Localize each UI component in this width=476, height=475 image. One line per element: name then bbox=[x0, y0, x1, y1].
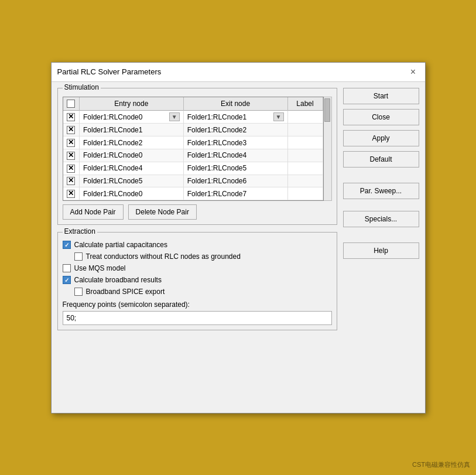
row-checkbox-cell bbox=[63, 187, 80, 200]
dialog: Partial RLC Solver Parameters × Stimulat… bbox=[51, 62, 426, 414]
table-row: Folder1:RLCnode1Folder1:RLCnode2 bbox=[63, 124, 323, 136]
row-checkbox[interactable] bbox=[67, 152, 75, 160]
label-cell bbox=[287, 149, 323, 162]
row-checkbox[interactable] bbox=[67, 113, 75, 121]
dialog-body: Stimulation Entry node Exit node bbox=[52, 82, 425, 413]
left-panel: Stimulation Entry node Exit node bbox=[57, 88, 337, 407]
header-exit-node: Exit node bbox=[183, 97, 287, 111]
extraction-label: Extraction bbox=[63, 227, 97, 235]
extraction-checkboxes: Calculate partial capacitancesTreat cond… bbox=[63, 241, 332, 296]
label-cell bbox=[287, 187, 323, 200]
help-button[interactable]: Help bbox=[343, 242, 419, 259]
node-btn-row: Add Node Pair Delete Node Pair bbox=[63, 204, 332, 220]
entry-node-cell: Folder1:RLCnode0 bbox=[80, 187, 184, 200]
node-table-container[interactable]: Entry node Exit node Label Folder1:RLCno… bbox=[63, 97, 324, 201]
row-checkbox[interactable] bbox=[67, 177, 75, 185]
extraction-checkbox-row: Treat conductors without RLC nodes as gr… bbox=[63, 252, 332, 261]
table-row: Folder1:RLCnode4Folder1:RLCnode5 bbox=[63, 162, 323, 175]
extraction-checkbox-calc_cap[interactable] bbox=[63, 241, 71, 249]
entry-node-cell: Folder1:RLCnode2 bbox=[80, 136, 184, 149]
default-button[interactable]: Default bbox=[343, 151, 419, 168]
extraction-checkbox-label: Treat conductors without RLC nodes as gr… bbox=[86, 252, 241, 261]
frequency-label: Frequency points (semicolon separated): bbox=[63, 300, 332, 309]
stimulation-label: Stimulation bbox=[63, 83, 101, 91]
exit-node-cell: Folder1:RLCnode7 bbox=[183, 187, 287, 200]
label-cell bbox=[287, 124, 323, 136]
row-checkbox-cell bbox=[63, 136, 80, 149]
extraction-section: Extraction Calculate partial capacitance… bbox=[57, 232, 337, 330]
row-checkbox-cell bbox=[63, 175, 80, 187]
extraction-checkbox-row: Calculate broadband results bbox=[63, 276, 332, 284]
frequency-input[interactable] bbox=[63, 311, 332, 325]
add-node-pair-button[interactable]: Add Node Pair bbox=[63, 204, 124, 220]
extraction-checkbox-row: Use MQS model bbox=[63, 264, 332, 272]
par-sweep-button[interactable]: Par. Sweep... bbox=[343, 183, 419, 199]
row-checkbox-cell bbox=[63, 111, 80, 124]
exit-node-cell: Folder1:RLCnode4 bbox=[183, 149, 287, 162]
exit-node-cell: Folder1:RLCnode6 bbox=[183, 175, 287, 187]
label-cell bbox=[287, 162, 323, 175]
entry-node-cell: Folder1:RLCnode4 bbox=[80, 162, 184, 175]
row-checkbox[interactable] bbox=[67, 190, 75, 198]
extraction-checkbox-bb_spice[interactable] bbox=[74, 288, 83, 296]
table-row: Folder1:RLCnode2Folder1:RLCnode3 bbox=[63, 136, 323, 149]
node-table: Entry node Exit node Label Folder1:RLCno… bbox=[63, 97, 323, 201]
close-icon[interactable]: × bbox=[407, 66, 419, 78]
scrollbar[interactable] bbox=[324, 97, 332, 201]
header-label: Label bbox=[287, 97, 323, 111]
header-checkbox-cell bbox=[63, 97, 80, 111]
entry-node-cell: Folder1:RLCnode0▼ bbox=[80, 111, 184, 124]
entry-node-text: Folder1:RLCnode0 bbox=[83, 113, 168, 121]
row-checkbox[interactable] bbox=[67, 126, 75, 134]
exit-node-cell: Folder1:RLCnode3 bbox=[183, 136, 287, 149]
dialog-title: Partial RLC Solver Parameters bbox=[57, 67, 162, 76]
extraction-checkbox-treat_cond[interactable] bbox=[74, 252, 83, 261]
entry-node-cell: Folder1:RLCnode5 bbox=[80, 175, 184, 187]
entry-node-cell: Folder1:RLCnode0 bbox=[80, 149, 184, 162]
extraction-checkbox-use_mqs[interactable] bbox=[63, 264, 71, 272]
exit-node-cell: Folder1:RLCnode1▼ bbox=[183, 111, 287, 124]
table-wrapper: Entry node Exit node Label Folder1:RLCno… bbox=[63, 97, 332, 201]
apply-button[interactable]: Apply bbox=[343, 130, 419, 146]
title-bar: Partial RLC Solver Parameters × bbox=[52, 63, 425, 82]
table-row: Folder1:RLCnode0Folder1:RLCnode4 bbox=[63, 149, 323, 162]
extraction-checkbox-label: Calculate broadband results bbox=[74, 276, 162, 284]
right-panel: Start Close Apply Default Par. Sweep... … bbox=[343, 88, 419, 407]
exit-node-cell: Folder1:RLCnode2 bbox=[183, 124, 287, 136]
exit-node-cell: Folder1:RLCnode5 bbox=[183, 162, 287, 175]
exit-node-dropdown[interactable]: ▼ bbox=[273, 112, 284, 121]
label-cell bbox=[287, 136, 323, 149]
extraction-checkbox-label: Use MQS model bbox=[74, 264, 126, 272]
table-row: Folder1:RLCnode0Folder1:RLCnode7 bbox=[63, 187, 323, 200]
watermark: CST电磁兼容性仿真 bbox=[412, 460, 470, 469]
close-button[interactable]: Close bbox=[343, 109, 419, 125]
extraction-checkbox-label: Broadband SPICE export bbox=[86, 288, 165, 296]
extraction-checkbox-label: Calculate partial capacitances bbox=[74, 241, 167, 249]
specials-button[interactable]: Specials... bbox=[343, 211, 419, 227]
extraction-checkbox-row: Calculate partial capacitances bbox=[63, 241, 332, 249]
row-checkbox[interactable] bbox=[67, 139, 75, 147]
label-cell bbox=[287, 175, 323, 187]
row-checkbox-cell bbox=[63, 124, 80, 136]
entry-node-dropdown[interactable]: ▼ bbox=[169, 112, 180, 121]
row-checkbox-cell bbox=[63, 162, 80, 175]
select-all-checkbox[interactable] bbox=[67, 100, 75, 108]
frequency-group: Frequency points (semicolon separated): bbox=[63, 300, 332, 325]
extraction-checkbox-row: Broadband SPICE export bbox=[63, 288, 332, 296]
label-cell bbox=[287, 111, 323, 124]
extraction-checkbox-calc_bb[interactable] bbox=[63, 276, 71, 284]
row-checkbox-cell bbox=[63, 149, 80, 162]
exit-node-text: Folder1:RLCnode1 bbox=[187, 113, 272, 121]
table-row: Folder1:RLCnode5Folder1:RLCnode6 bbox=[63, 175, 323, 187]
table-row: Folder1:RLCnode0▼Folder1:RLCnode1▼ bbox=[63, 111, 323, 124]
header-entry-node: Entry node bbox=[80, 97, 184, 111]
delete-node-pair-button[interactable]: Delete Node Pair bbox=[128, 204, 197, 220]
scroll-thumb[interactable] bbox=[324, 98, 330, 122]
row-checkbox[interactable] bbox=[67, 165, 75, 173]
start-button[interactable]: Start bbox=[343, 88, 419, 104]
stimulation-section: Stimulation Entry node Exit node bbox=[57, 88, 337, 225]
entry-node-cell: Folder1:RLCnode1 bbox=[80, 124, 184, 136]
